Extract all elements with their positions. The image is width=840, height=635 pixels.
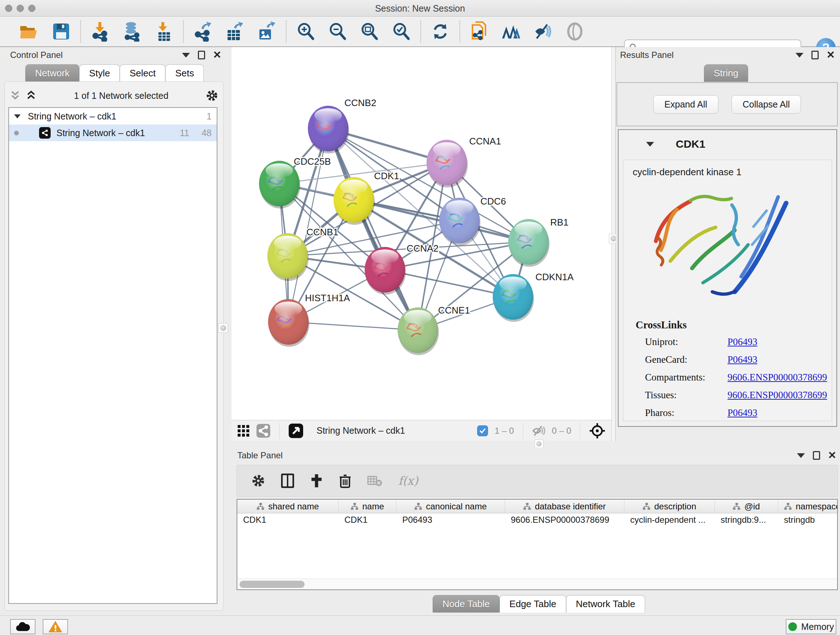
panel-float-icon[interactable] xyxy=(198,51,205,59)
zoom-selected-icon[interactable] xyxy=(392,22,411,41)
collapse-all-button[interactable]: Collapse All xyxy=(731,95,801,114)
network-options-gear-icon[interactable] xyxy=(206,89,218,102)
cell-database-identifier[interactable]: 9606.ENSP00000378699 xyxy=(505,515,624,529)
horizontal-splitter-handle[interactable] xyxy=(535,440,543,448)
node-CCNA2[interactable]: CCNA2 xyxy=(365,243,439,295)
export-table-icon[interactable] xyxy=(225,22,245,41)
export-network-icon[interactable] xyxy=(193,22,213,41)
panel-menu-icon[interactable] xyxy=(797,453,805,458)
node-CDKN1A[interactable]: CDKN1A xyxy=(493,272,574,322)
import-table-icon[interactable] xyxy=(154,22,174,41)
tab-string[interactable]: String xyxy=(704,65,748,82)
tab-style[interactable]: Style xyxy=(79,65,120,82)
expand-all-icon[interactable] xyxy=(26,90,36,101)
collection-expand-icon[interactable] xyxy=(14,114,21,119)
canvas-results-divider[interactable] xyxy=(611,47,616,448)
memory-button[interactable]: Memory xyxy=(786,619,836,634)
zoom-fit-icon[interactable] xyxy=(360,22,379,41)
column-header-namespace[interactable]: namespace xyxy=(778,500,838,513)
panel-menu-icon[interactable] xyxy=(182,53,190,57)
string-style-icon[interactable] xyxy=(256,424,271,438)
tab-sets[interactable]: Sets xyxy=(165,65,204,82)
node-RB1[interactable]: RB1 xyxy=(508,217,569,267)
network-name: String Network – cdk1 xyxy=(57,128,167,138)
birdseye-panels-icon[interactable] xyxy=(501,22,521,41)
panel-float-icon[interactable] xyxy=(813,451,820,460)
cell--id[interactable]: stringdb:9... xyxy=(715,515,778,529)
column-header-name[interactable]: name xyxy=(339,500,396,513)
node-label-CDKN1A: CDKN1A xyxy=(535,272,574,282)
tab-network[interactable]: Network xyxy=(25,65,79,82)
hscrollbar-thumb[interactable] xyxy=(240,581,305,588)
cell-shared-name[interactable]: CDK1 xyxy=(237,515,339,529)
eye-icon[interactable] xyxy=(565,22,584,41)
delete-column-icon[interactable] xyxy=(339,473,351,488)
table-settings-gear-icon[interactable] xyxy=(251,474,265,488)
tab-edge-table[interactable]: Edge Table xyxy=(500,595,566,613)
crosslink-row: Pharos:P06493 xyxy=(623,404,832,422)
node-CDC25B[interactable]: CDC25B xyxy=(259,156,331,209)
column-header-shared-name[interactable]: shared name xyxy=(237,500,339,513)
panel-menu-icon[interactable] xyxy=(796,53,804,57)
tab-network-table[interactable]: Network Table xyxy=(566,595,645,613)
open-in-window-icon[interactable] xyxy=(288,423,303,439)
export-image-icon[interactable] xyxy=(257,22,276,41)
crosslink-link[interactable]: P06493 xyxy=(728,354,758,365)
cell-canonical-name[interactable]: P06493 xyxy=(396,515,505,529)
save-session-icon[interactable] xyxy=(51,22,71,41)
panel-close-icon[interactable]: ✕ xyxy=(213,51,221,59)
tab-select[interactable]: Select xyxy=(120,65,165,82)
control-panel-title: Control Panel xyxy=(10,50,63,60)
node-CDC6[interactable]: CDC6 xyxy=(439,196,506,245)
clone-network-icon[interactable] xyxy=(470,22,489,41)
hide-graphics-details-icon[interactable] xyxy=(533,22,553,41)
network-collection-row[interactable]: String Network – cdk1 1 xyxy=(9,108,217,125)
zoom-in-icon[interactable] xyxy=(296,22,316,41)
node-CCNB2[interactable]: CCNB2 xyxy=(308,97,376,154)
crosslink-link[interactable]: P06493 xyxy=(728,336,758,348)
table-hscrollbar[interactable] xyxy=(237,578,837,589)
cell-name[interactable]: CDK1 xyxy=(339,515,396,529)
panel-close-icon[interactable]: ✕ xyxy=(827,51,835,59)
cloud-button[interactable] xyxy=(10,619,35,634)
add-column-icon[interactable] xyxy=(310,473,323,488)
cell-namespace[interactable]: stringdb xyxy=(778,515,838,529)
tab-node-table[interactable]: Node Table xyxy=(433,595,500,613)
node-CCNE1[interactable]: CCNE1 xyxy=(398,305,470,355)
gene-details: cyclin-dependent kinase 1 Cros xyxy=(623,160,832,421)
left-splitter-handle[interactable] xyxy=(218,323,228,333)
column-header-description[interactable]: description xyxy=(624,500,715,513)
crosslink-link[interactable]: 9606.ENSP00000378699 xyxy=(728,372,827,383)
zoom-out-icon[interactable] xyxy=(328,22,347,41)
node-HIST1H1A[interactable]: HIST1H1A xyxy=(268,293,350,347)
column-header-database-identifier[interactable]: database identifier xyxy=(505,500,624,513)
node-label-CDC25B: CDC25B xyxy=(294,156,331,167)
crosslink-link[interactable]: 9606.ENSP00000378699 xyxy=(728,390,827,401)
section-collapse-icon[interactable] xyxy=(646,142,654,147)
network-row-selected[interactable]: String Network – cdk1 11 48 xyxy=(9,125,217,141)
column-header--id[interactable]: @id xyxy=(715,500,778,513)
selected-nodes-checkbox[interactable] xyxy=(477,425,488,436)
collapse-all-icon[interactable] xyxy=(10,90,21,101)
column-header-canonical-name[interactable]: canonical name xyxy=(396,500,505,513)
node-table[interactable]: shared namenamecanonical namedatabase id… xyxy=(237,499,838,590)
node-label-CCNB1: CCNB1 xyxy=(306,226,338,238)
column-type-icon xyxy=(523,502,531,510)
grid-view-icon[interactable] xyxy=(237,424,249,437)
birdseye-toggle-icon[interactable] xyxy=(589,423,606,439)
warnings-button[interactable] xyxy=(43,619,68,634)
cell-description[interactable]: cyclin-dependent ... xyxy=(624,515,715,529)
network-canvas[interactable]: CCNB2CCNA1CDC25BCDK1CDC6RB1CCNB1CCNA2CDK… xyxy=(232,47,611,420)
expand-all-button[interactable]: Expand All xyxy=(653,95,718,114)
crosslink-link[interactable]: P06493 xyxy=(728,407,758,418)
import-network-database-icon[interactable] xyxy=(122,22,142,41)
show-columns-icon[interactable] xyxy=(281,473,294,488)
import-network-file-icon[interactable] xyxy=(90,22,110,41)
node-CDK1[interactable]: CDK1 xyxy=(333,171,399,225)
panel-close-icon[interactable]: ✕ xyxy=(828,451,836,460)
network-list: String Network – cdk1 1 String Network –… xyxy=(8,107,218,604)
refresh-icon[interactable] xyxy=(431,22,450,41)
panel-float-icon[interactable] xyxy=(812,51,819,59)
table-row[interactable]: CDK1CDK1P064939606.ENSP00000378699cyclin… xyxy=(237,515,837,529)
open-session-icon[interactable] xyxy=(19,22,39,41)
